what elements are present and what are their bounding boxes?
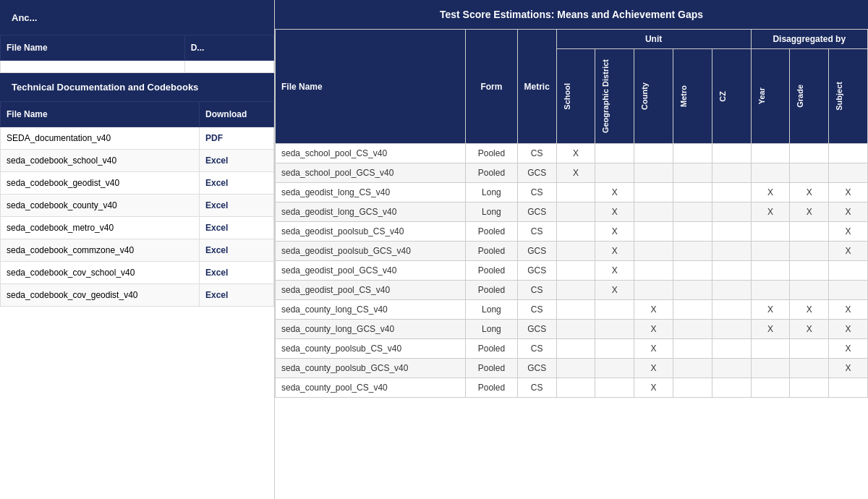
row-school xyxy=(556,359,595,378)
table-row xyxy=(1,61,274,73)
codebook-download[interactable]: Excel xyxy=(200,150,274,172)
row-filename: seda_geodist_long_GCS_v40 xyxy=(276,202,466,222)
file-name-cell xyxy=(1,61,185,73)
row-school: X xyxy=(556,144,595,163)
download-cell xyxy=(184,61,273,73)
row-grade: X xyxy=(790,320,829,339)
codebooks-row: seda_codebook_metro_v40 Excel xyxy=(1,217,274,239)
row-metro xyxy=(673,359,712,378)
row-cz xyxy=(712,202,751,222)
table-row: seda_geodist_long_GCS_v40 Long GCS X X X… xyxy=(276,202,868,222)
row-metric: GCS xyxy=(517,163,556,183)
codebooks-row: seda_codebook_geodist_v40 Excel xyxy=(1,172,274,195)
top-file-table: File Name D... xyxy=(0,35,274,73)
row-metro xyxy=(673,144,712,163)
row-grade xyxy=(790,261,829,281)
row-filename: seda_geodist_long_CS_v40 xyxy=(276,183,466,202)
row-county: X xyxy=(634,300,673,320)
row-county: X xyxy=(634,359,673,378)
row-school xyxy=(556,222,595,242)
row-school xyxy=(556,378,595,398)
row-year: X xyxy=(751,202,790,222)
codebooks-row: seda_codebook_cov_school_v40 Excel xyxy=(1,262,274,284)
codebook-download[interactable]: Excel xyxy=(200,172,274,195)
codebook-filename: seda_codebook_cov_school_v40 xyxy=(1,262,200,284)
row-filename: seda_county_long_GCS_v40 xyxy=(276,320,466,339)
codebook-filename: seda_codebook_geodist_v40 xyxy=(1,172,200,195)
row-filename: seda_geodist_poolsub_CS_v40 xyxy=(276,222,466,242)
row-metric: GCS xyxy=(517,261,556,281)
row-form: Long xyxy=(466,320,518,339)
row-school xyxy=(556,281,595,300)
row-subject xyxy=(829,378,868,398)
row-geo xyxy=(595,300,634,320)
row-cz xyxy=(712,144,751,163)
data-table: File Name Form Metric Unit Disaggregated… xyxy=(275,29,868,398)
codebook-download[interactable]: Excel xyxy=(200,195,274,217)
col-header-filename: File Name xyxy=(1,35,185,61)
row-filename: seda_county_long_CS_v40 xyxy=(276,300,466,320)
col-header-filename: File Name xyxy=(276,30,466,144)
table-row: seda_county_poolsub_CS_v40 Pooled CS X X xyxy=(276,339,868,359)
row-metric: GCS xyxy=(517,202,556,222)
table-row: seda_school_pool_GCS_v40 Pooled GCS X xyxy=(276,163,868,183)
table-row: seda_school_pool_CS_v40 Pooled CS X xyxy=(276,144,868,163)
codebook-download[interactable]: Excel xyxy=(200,239,274,262)
row-metro xyxy=(673,339,712,359)
main-title-text: Test Score Estimations: Means and Achiev… xyxy=(440,9,703,20)
row-metro xyxy=(673,320,712,339)
row-grade xyxy=(790,242,829,261)
codebooks-row: SEDA_documentation_v40 PDF xyxy=(1,127,274,150)
row-geo xyxy=(595,359,634,378)
row-form: Pooled xyxy=(466,378,518,398)
row-county xyxy=(634,222,673,242)
codebook-download[interactable]: PDF xyxy=(200,127,274,150)
table-row: seda_geodist_poolsub_GCS_v40 Pooled GCS … xyxy=(276,242,868,261)
row-form: Long xyxy=(466,202,518,222)
row-county: X xyxy=(634,339,673,359)
col-header-year: Year xyxy=(751,49,790,144)
row-year: X xyxy=(751,183,790,202)
row-year xyxy=(751,359,790,378)
row-metro xyxy=(673,300,712,320)
codebook-filename: seda_codebook_metro_v40 xyxy=(1,217,200,239)
row-cz xyxy=(712,261,751,281)
codebook-download[interactable]: Excel xyxy=(200,284,274,307)
row-school xyxy=(556,242,595,261)
row-metric: CS xyxy=(517,300,556,320)
row-form: Pooled xyxy=(466,281,518,300)
row-school xyxy=(556,300,595,320)
row-form: Long xyxy=(466,183,518,202)
col-header-grade: Grade xyxy=(790,49,829,144)
row-form: Pooled xyxy=(466,144,518,163)
row-county xyxy=(634,281,673,300)
row-form: Pooled xyxy=(466,261,518,281)
row-geo xyxy=(595,339,634,359)
row-subject xyxy=(829,281,868,300)
row-grade xyxy=(790,144,829,163)
codebooks-table: File Name Download SEDA_documentation_v4… xyxy=(0,101,274,307)
row-cz xyxy=(712,359,751,378)
row-subject: X xyxy=(829,339,868,359)
row-metro xyxy=(673,378,712,398)
codebook-download[interactable]: Excel xyxy=(200,217,274,239)
row-cz xyxy=(712,163,751,183)
row-filename: seda_county_pool_CS_v40 xyxy=(276,378,466,398)
codebook-download[interactable]: Excel xyxy=(200,262,274,284)
row-cz xyxy=(712,378,751,398)
row-geo xyxy=(595,144,634,163)
col-header-geo-district: Geographic District xyxy=(595,49,634,144)
row-geo: X xyxy=(595,281,634,300)
row-metric: GCS xyxy=(517,242,556,261)
row-county xyxy=(634,202,673,222)
row-grade xyxy=(790,222,829,242)
codebook-filename: seda_codebook_cov_geodist_v40 xyxy=(1,284,200,307)
row-metric: GCS xyxy=(517,359,556,378)
row-subject xyxy=(829,261,868,281)
row-form: Pooled xyxy=(466,222,518,242)
row-metro xyxy=(673,261,712,281)
table-row: seda_county_long_CS_v40 Long CS X X X X xyxy=(276,300,868,320)
row-metric: CS xyxy=(517,378,556,398)
codebooks-col-filename: File Name xyxy=(1,102,200,127)
row-year xyxy=(751,378,790,398)
